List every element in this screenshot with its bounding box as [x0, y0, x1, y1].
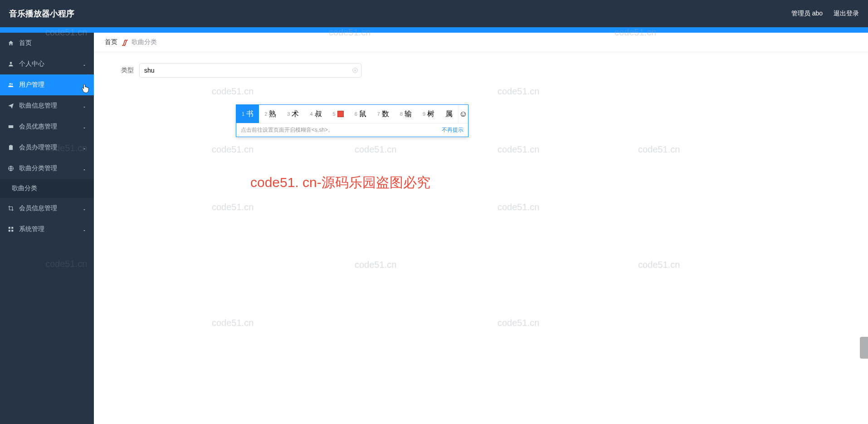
emoji-icon[interactable]: ☺ [458, 105, 468, 123]
chevron-down-icon [82, 62, 87, 66]
ime-candidate-8[interactable]: 8 输 [395, 105, 417, 123]
svg-rect-8 [11, 227, 13, 229]
sidebar-item-member-info[interactable]: 会员信息管理 [0, 198, 94, 219]
sidebar-item-member-process[interactable]: 会员办理管理 [0, 137, 94, 158]
ime-num: 8 [400, 111, 403, 117]
watermark: code51.cn [355, 260, 396, 270]
header-actions: 管理员 abo 退出登录 [791, 10, 859, 18]
chevron-down-icon [82, 227, 87, 232]
watermark: code51.cn [212, 318, 254, 328]
grid-icon [7, 226, 15, 233]
scroll-tab[interactable] [860, 337, 868, 359]
ime-char: 书 [246, 109, 254, 119]
ime-candidate-1[interactable]: 1 书 [236, 105, 259, 123]
watermark: code51.cn [638, 260, 680, 270]
form-area: 类型 [94, 52, 868, 89]
header-bar: 音乐播放器小程序 管理员 abo 退出登录 [0, 0, 868, 27]
ime-red-block-icon [337, 111, 344, 117]
send-icon [7, 102, 15, 109]
sidebar-sub-song-category[interactable]: 歌曲分类 [0, 179, 94, 198]
ime-candidate-6[interactable]: 6 鼠 [349, 105, 372, 123]
user-icon [7, 60, 15, 68]
ime-num: 7 [377, 111, 380, 117]
sidebar-item-home[interactable]: 首页 [0, 33, 94, 54]
sidebar-item-label: 会员优惠管理 [19, 123, 57, 131]
ime-panel: 1 书 2 熟 3 术 4 叔 5 [236, 104, 468, 137]
ime-candidate-3[interactable]: 3 术 [282, 105, 304, 123]
ime-candidate-row: 1 书 2 熟 3 术 4 叔 5 [236, 105, 468, 123]
clear-icon[interactable] [351, 67, 359, 74]
sidebar-item-label: 歌曲分类管理 [19, 164, 57, 173]
svg-point-0 [10, 62, 12, 64]
ime-num: 3 [287, 111, 290, 117]
ime-char: 数 [382, 109, 389, 119]
globe-icon [7, 165, 15, 172]
sidebar-item-label: 歌曲信息管理 [19, 102, 57, 110]
clipboard-icon [7, 144, 15, 151]
ime-num: 9 [423, 111, 425, 117]
ime-candidate-5[interactable]: 5 [327, 105, 349, 123]
sidebar-item-user-mgmt[interactable]: 用户管理 [0, 74, 94, 95]
watermark: code51.cn [638, 144, 680, 155]
ime-num: 1 [242, 111, 244, 117]
svg-point-1 [10, 83, 11, 85]
ime-candidate-9[interactable]: 9 树 [417, 105, 440, 123]
ime-char: 鼠 [359, 109, 366, 119]
form-row-type: 类型 [116, 63, 846, 78]
ime-char: 属 [445, 109, 453, 119]
admin-user-link[interactable]: 管理员 abo [791, 10, 823, 18]
watermark-big: code51. cn-源码乐园盗图必究 [250, 173, 430, 192]
ime-candidate-7[interactable]: 7 数 [372, 105, 395, 123]
crop-icon [7, 205, 15, 212]
ime-char: 熟 [269, 109, 276, 119]
ime-num: 4 [310, 111, 312, 117]
breadcrumb-current: 歌曲分类 [132, 38, 157, 46]
sidebar-item-label: 会员办理管理 [19, 143, 57, 152]
sidebar-item-song-info[interactable]: 歌曲信息管理 [0, 95, 94, 116]
svg-point-2 [11, 84, 13, 85]
ime-char: 输 [405, 109, 412, 119]
chevron-down-icon [82, 124, 87, 129]
chevron-up-icon [82, 166, 87, 171]
watermark: code51.cn [497, 318, 539, 328]
breadcrumb-home[interactable]: 首页 [105, 38, 117, 46]
ime-char: 树 [427, 109, 434, 119]
breadcrumb: 首页 ∬ 歌曲分类 [94, 33, 868, 52]
svg-rect-4 [9, 145, 13, 150]
watermark: code51.cn [497, 202, 539, 212]
sidebar-item-label: 首页 [19, 39, 32, 47]
ime-hint-bar: 点击前往设置页面开启模糊音<s,sh>。 不再提示 [236, 123, 468, 137]
svg-rect-3 [9, 125, 14, 128]
chevron-down-icon [82, 104, 87, 108]
ime-candidate-more[interactable]: 属 [440, 105, 458, 123]
ime-hint-text[interactable]: 点击前往设置页面开启模糊音<s,sh>。 [241, 126, 333, 134]
users-icon [7, 81, 15, 89]
watermark: code51.cn [212, 144, 254, 155]
ime-char: 术 [292, 109, 299, 119]
sidebar-item-label: 个人中心 [19, 60, 44, 68]
ime-num: 6 [355, 111, 357, 117]
svg-rect-9 [9, 230, 10, 232]
sidebar-item-song-category[interactable]: 歌曲分类管理 [0, 158, 94, 179]
sidebar-item-label: 系统管理 [19, 225, 44, 233]
ime-candidate-2[interactable]: 2 熟 [259, 105, 282, 123]
logout-link[interactable]: 退出登录 [834, 10, 859, 18]
svg-rect-5 [10, 145, 12, 146]
ime-num: 2 [264, 111, 267, 117]
type-input[interactable] [139, 63, 361, 78]
sidebar-item-member-discount[interactable]: 会员优惠管理 [0, 116, 94, 137]
ime-num: 5 [333, 111, 336, 117]
svg-rect-10 [11, 230, 13, 232]
watermark: code51.cn [212, 202, 254, 212]
sidebar-item-profile[interactable]: 个人中心 [0, 54, 94, 74]
sidebar: 首页 个人中心 用户管理 歌曲信息管理 [0, 33, 94, 424]
home-icon [7, 39, 15, 47]
ime-dismiss-link[interactable]: 不再提示 [442, 126, 463, 134]
ime-candidate-4[interactable]: 4 叔 [304, 105, 327, 123]
sidebar-item-label: 会员信息管理 [19, 204, 57, 212]
type-label: 类型 [116, 66, 134, 74]
main-content: 首页 ∬ 歌曲分类 类型 1 书 2 熟 [94, 33, 868, 424]
sidebar-item-system[interactable]: 系统管理 [0, 219, 94, 240]
watermark: code51.cn [497, 144, 539, 155]
svg-rect-7 [9, 227, 10, 229]
